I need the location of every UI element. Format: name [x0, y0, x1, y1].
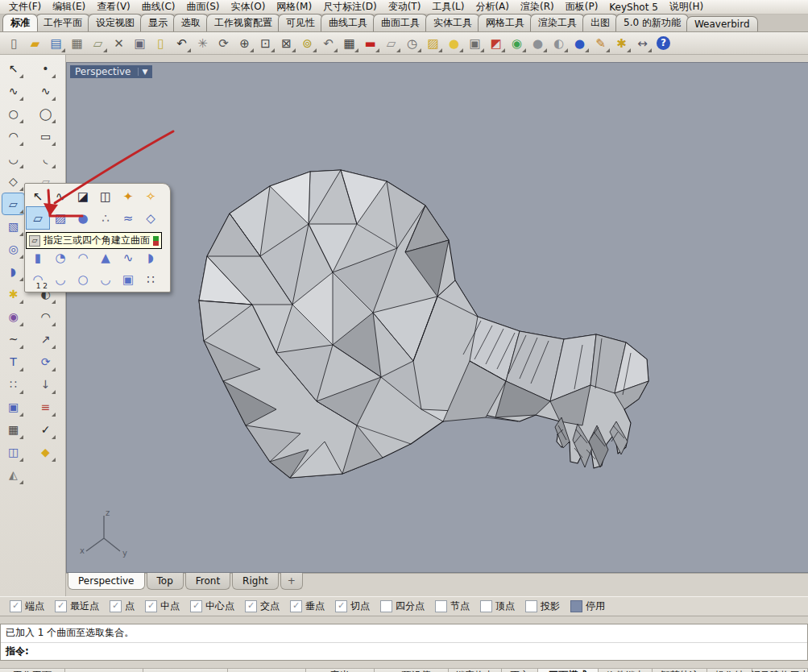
viewport-layout-icon[interactable]: ▦ — [339, 34, 359, 53]
palette-curve-network-icon[interactable]: ∿ — [117, 247, 139, 268]
rotate-copy-icon[interactable]: ⟳ — [35, 351, 56, 372]
menu-item-3[interactable]: 曲线(C) — [136, 0, 181, 14]
undo-icon[interactable]: ↶ — [172, 34, 192, 53]
point-icon[interactable]: • — [35, 58, 56, 79]
rectangle-icon[interactable]: ▭ — [35, 126, 56, 147]
toolbar-tab-0[interactable]: 标准 — [2, 14, 38, 31]
chevron-down-icon[interactable]: ▼ — [138, 68, 148, 76]
viewport-tab-front[interactable]: Front — [185, 573, 230, 590]
zoom-selected-icon[interactable]: ⊚ — [297, 34, 317, 53]
menu-item-12[interactable]: 面板(P) — [560, 0, 604, 14]
status-cell-8[interactable]: 平面模式 — [538, 669, 598, 672]
extend-curve-icon[interactable]: ◠ — [35, 306, 56, 327]
palette-point-spray-icon[interactable]: ∴ — [94, 207, 117, 229]
copy-icon[interactable]: ▣ — [130, 34, 150, 53]
palette-swirl-curves-icon[interactable]: ≈ — [117, 207, 139, 229]
toolbar-tab-2[interactable]: 设定视图 — [88, 14, 143, 31]
palette-drape-icon[interactable]: ◠ — [72, 247, 94, 268]
rendered-sphere-icon[interactable]: ● — [570, 34, 590, 53]
menu-item-13[interactable]: KeyShot 5 — [603, 2, 663, 13]
palette-patch-square-icon[interactable]: ▣ — [117, 268, 139, 290]
osnap-checkbox-10[interactable] — [480, 600, 492, 612]
menu-item-6[interactable]: 网格(M) — [271, 0, 317, 14]
zoom-window-icon[interactable]: ⊡ — [255, 34, 276, 53]
menu-item-11[interactable]: 渲染(R) — [515, 0, 560, 14]
viewport-tab-top[interactable]: Top — [147, 573, 184, 590]
open-folder-icon[interactable]: ▰ — [25, 34, 45, 53]
palette-sphere-icon[interactable]: ● — [72, 207, 94, 229]
status-cell-3[interactable]: z 0.000 — [228, 669, 306, 672]
text-icon[interactable]: T — [2, 351, 24, 372]
menu-item-1[interactable]: 编辑(E) — [47, 0, 91, 14]
toolbar-tab-8[interactable]: 曲面工具 — [373, 14, 428, 31]
paste-icon[interactable]: ▯ — [151, 34, 171, 53]
osnap-checkbox-7[interactable] — [335, 600, 347, 612]
toolbar-tab-14[interactable]: Weaverbird — [686, 16, 758, 31]
palette-extrude-icon[interactable]: ▮ — [27, 247, 49, 268]
toolbar-tab-11[interactable]: 渲染工具 — [530, 14, 585, 31]
status-cell-4[interactable]: 毫米 — [306, 669, 374, 672]
cut-icon[interactable]: ✕ — [109, 34, 129, 53]
status-cell-9[interactable]: 物件锁点 — [599, 669, 653, 672]
save-icon[interactable]: ▤ — [46, 34, 66, 53]
palette-patch-dark-icon[interactable]: ◪ — [72, 185, 94, 207]
help-icon[interactable]: ? — [653, 34, 673, 53]
menu-item-14[interactable]: 说明(H) — [664, 0, 709, 14]
osnap-checkbox-5[interactable] — [245, 600, 257, 612]
toolbar-tab-9[interactable]: 实体工具 — [425, 14, 480, 31]
viewport-tab-add-button[interactable]: + — [280, 573, 303, 590]
set-view-clock-icon[interactable]: ◷ — [402, 34, 422, 53]
move-icon[interactable]: ↗ — [35, 329, 56, 350]
palette-arc2-icon[interactable]: ◡ — [49, 268, 72, 290]
viewport-title[interactable]: Perspective ▼ — [70, 65, 152, 78]
viewport-tab-right[interactable]: Right — [232, 573, 279, 590]
osnap-checkbox-0[interactable] — [10, 600, 22, 612]
render-car-icon[interactable]: ▬ — [360, 34, 380, 53]
pan-hand-icon[interactable]: ✳ — [193, 34, 213, 53]
palette-edit-points-icon[interactable]: ∿ — [49, 185, 72, 207]
rotate-view-icon[interactable]: ⟳ — [213, 34, 234, 53]
pen-cone-icon[interactable]: ✎ — [590, 34, 611, 53]
control-point-curve-icon[interactable]: ∿ — [2, 81, 24, 102]
dimension-icon[interactable]: ↔ — [632, 34, 653, 53]
menu-item-10[interactable]: 分析(A) — [470, 0, 515, 14]
surface-corners-icon[interactable]: ▱ — [2, 193, 24, 214]
boolean-cones-icon[interactable]: ◭ — [2, 464, 24, 485]
status-cell-11[interactable]: 操作轴 — [707, 669, 752, 672]
lock-icon[interactable]: ▣ — [465, 34, 485, 53]
check-select-icon[interactable]: ✓ — [35, 419, 56, 440]
paint-splat-icon[interactable]: ✱ — [2, 284, 24, 305]
menu-item-2[interactable]: 查看(V) — [91, 0, 136, 14]
revolve-surface-icon[interactable]: ◗ — [2, 261, 24, 282]
osnap-disable-box[interactable] — [570, 600, 582, 612]
osnap-checkbox-2[interactable] — [110, 600, 122, 612]
menu-item-8[interactable]: 变动(T) — [383, 0, 427, 14]
project-icon[interactable]: ↓ — [35, 374, 56, 395]
osnap-checkbox-3[interactable] — [145, 600, 157, 612]
toolbar-tab-5[interactable]: 工作视窗配置 — [206, 14, 280, 31]
toolbar-tab-3[interactable]: 显示 — [140, 14, 176, 31]
status-cell-0[interactable]: 工作平面 — [0, 669, 65, 672]
point-cloud-icon[interactable]: ∷ — [2, 374, 24, 395]
status-cell-1[interactable]: x 53.845 — [65, 669, 143, 672]
palette-srf-3or4-corner-icon[interactable]: ▱ — [27, 207, 49, 229]
toolbar-tab-6[interactable]: 可见性 — [278, 14, 323, 31]
layer-shapes-icon[interactable]: ▨ — [423, 34, 443, 53]
zoom-extents-icon[interactable]: ⊠ — [276, 34, 296, 53]
color-blend-icon[interactable]: ◉ — [2, 306, 24, 327]
palette-lumpy-srf-icon[interactable]: ◔ — [49, 247, 72, 268]
status-cell-2[interactable]: y -130.809 — [143, 669, 228, 672]
palette-srf-corner-box-icon[interactable]: ◇ — [139, 207, 162, 229]
shaded-sphere-icon[interactable]: ● — [528, 34, 548, 53]
status-cell-5[interactable]: 预设值 — [375, 669, 449, 672]
torus-icon[interactable]: ◎ — [2, 239, 24, 259]
circle-icon[interactable]: ○ — [2, 103, 24, 124]
osnap-checkbox-8[interactable] — [380, 600, 392, 612]
distance-icon[interactable]: ▱ — [381, 34, 401, 53]
perspective-viewport[interactable]: Perspective ▼ — [66, 62, 808, 573]
command-prompt[interactable]: 指令: — [1, 642, 807, 661]
status-cell-6[interactable]: 锁定格点 — [449, 669, 502, 672]
lightbulb-icon[interactable]: ● — [444, 34, 464, 53]
osnap-checkbox-9[interactable] — [435, 600, 447, 612]
toolbar-tab-13[interactable]: 5.0 的新功能 — [615, 14, 689, 31]
